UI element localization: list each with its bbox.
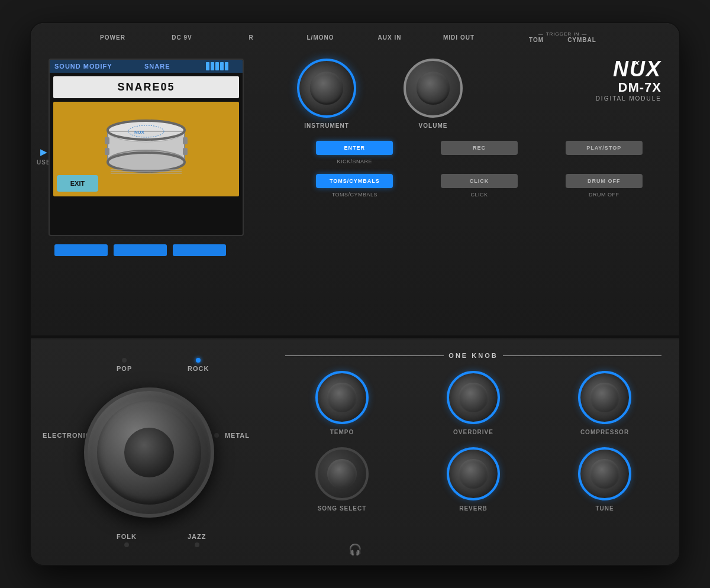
bottom-section: POP ROCK ELECTRONIC METAL xyxy=(31,340,679,565)
song-select-label: SONG SELECT xyxy=(318,505,367,512)
port-dc9v: DC 9V xyxy=(147,34,217,41)
left-panel: ▶ USB SOUND MODIFY SNARE xyxy=(49,53,273,324)
headphone-icon: 🎧 xyxy=(348,543,362,556)
instrument-image-area: NUX EXIT xyxy=(53,102,239,196)
model-name: DM-7X xyxy=(596,80,661,95)
overdrive-label: OVERDRIVE xyxy=(453,429,493,435)
drum-off-label: DRUM OFF xyxy=(589,192,619,198)
kit-rock: ROCK xyxy=(188,358,209,372)
port-labels: POWER DC 9V R L/MONO AUX IN MIDI OUT — T… xyxy=(78,31,632,43)
svg-rect-9 xyxy=(183,137,188,144)
compressor-knob[interactable] xyxy=(578,371,631,424)
screen-bot-btn-3[interactable] xyxy=(173,244,226,256)
toms-cymbals-button[interactable]: TOMS/CYMBALS xyxy=(316,174,393,188)
instrument-name-box: SNARE05 xyxy=(53,76,239,98)
kit-folk: FOLK xyxy=(117,533,137,547)
screen-bot-btn-2[interactable] xyxy=(114,244,167,256)
click-label: CLICK xyxy=(470,192,488,198)
screen-title-right: SNARE xyxy=(144,63,170,70)
click-group: CLICK CLICK xyxy=(422,174,537,198)
kit-select-knob[interactable] xyxy=(84,387,214,518)
rec-button[interactable]: REC xyxy=(441,141,518,155)
kit-jazz-dot xyxy=(195,542,199,547)
exit-button[interactable]: EXIT xyxy=(57,175,98,192)
one-knob-line-left xyxy=(285,356,444,356)
click-button[interactable]: CLICK xyxy=(441,174,518,188)
instrument-knob-group: INSTRUMENT xyxy=(297,59,356,129)
port-power: POWER xyxy=(78,34,147,41)
port-lmono: L/MONO xyxy=(286,34,355,41)
level-indicator xyxy=(206,62,238,70)
display-screen: SOUND MODIFY SNARE SNA xyxy=(49,59,244,236)
top-section: POWER DC 9V R L/MONO AUX IN MIDI OUT — T… xyxy=(31,23,679,337)
kit-selector: POP ROCK ELECTRONIC METAL xyxy=(31,340,267,565)
volume-knob[interactable] xyxy=(404,59,463,118)
one-knob-label: ONE KNOB xyxy=(448,352,498,359)
brand-name: NU✕X xyxy=(596,59,661,80)
snare-drum-image: NUX xyxy=(99,114,193,185)
trigger-in-label: TRIGGER IN xyxy=(546,31,580,37)
transport-buttons-section: ENTER KICK/SNARE REC PLAY/STOP TOMS/CYMB… xyxy=(297,141,661,198)
overdrive-group: OVERDRIVE xyxy=(417,371,530,435)
compressor-group: COMPRESSOR xyxy=(548,371,661,435)
seg6 xyxy=(230,62,233,70)
port-midiout: MIDI OUT xyxy=(424,34,493,41)
play-icon: ▶ xyxy=(40,147,47,157)
reverb-knob[interactable] xyxy=(447,447,500,500)
enter-button[interactable]: ENTER xyxy=(316,141,393,155)
instrument-knob-label: INSTRUMENT xyxy=(304,122,349,129)
port-tom: TOM xyxy=(529,37,544,43)
instrument-name: SNARE05 xyxy=(117,81,175,93)
screen-bottom-buttons xyxy=(54,244,273,256)
compressor-label: COMPRESSOR xyxy=(580,429,629,435)
kit-metal-dot xyxy=(214,433,219,438)
seg2 xyxy=(211,62,214,70)
tempo-knob[interactable] xyxy=(315,371,369,424)
kit-jazz: JAZZ xyxy=(188,533,206,547)
port-auxin: AUX IN xyxy=(355,34,424,41)
volume-knob-group: VOLUME xyxy=(404,59,463,129)
one-knob-header: ONE KNOB xyxy=(285,352,661,359)
drum-off-group: DRUM OFF DRUM OFF xyxy=(546,174,661,198)
tempo-group: TEMPO xyxy=(285,371,399,435)
seg1 xyxy=(206,62,209,70)
right-panel: NU✕X DM-7X DIGITAL MODULE INSTRUMENT VOL… xyxy=(273,53,661,324)
drum-off-button[interactable]: DRUM OFF xyxy=(566,174,643,188)
reverb-group: REVERB xyxy=(417,447,530,512)
kit-metal: METAL xyxy=(214,432,250,439)
toms-cymbals-label: TOMS/CYMBALS xyxy=(332,192,377,198)
effects-section: ONE KNOB TEMPO OVERDRIVE COMPRESSOR xyxy=(267,340,679,565)
one-knob-line-right xyxy=(503,356,661,356)
trigger-in-group: — TRIGGER IN — TOM CYMBAL xyxy=(493,31,632,43)
tempo-label: TEMPO xyxy=(330,429,354,435)
seg3 xyxy=(215,62,219,70)
screen-bot-btn-1[interactable] xyxy=(54,244,108,256)
section-divider xyxy=(31,337,679,338)
svg-rect-10 xyxy=(105,148,109,155)
svg-text:NUX: NUX xyxy=(134,130,145,135)
screen-title-left: SOUND MODIFY xyxy=(54,63,112,70)
volume-knob-label: VOLUME xyxy=(419,122,448,129)
toms-cymbals-group: TOMS/CYMBALS TOMS/CYMBALS xyxy=(297,174,412,198)
enter-group: ENTER KICK/SNARE xyxy=(297,141,412,164)
screen-header: SOUND MODIFY SNARE xyxy=(50,60,243,73)
play-stop-button[interactable]: PLAY/STOP xyxy=(566,141,643,155)
song-select-group: SONG SELECT xyxy=(285,447,399,512)
seg5 xyxy=(225,62,228,70)
overdrive-knob[interactable] xyxy=(447,371,500,424)
song-select-knob[interactable] xyxy=(315,447,369,500)
tune-knob[interactable] xyxy=(578,447,631,500)
tune-label: TUNE xyxy=(595,505,614,512)
seg7 xyxy=(234,62,238,70)
device-subtitle: DIGITAL MODULE xyxy=(596,95,661,102)
svg-rect-8 xyxy=(105,137,109,144)
drum-module: POWER DC 9V R L/MONO AUX IN MIDI OUT — T… xyxy=(30,22,680,566)
effects-grid: TEMPO OVERDRIVE COMPRESSOR SONG SELECT xyxy=(285,371,661,512)
kit-pop: POP xyxy=(117,358,132,372)
rec-group: REC xyxy=(422,141,537,164)
instrument-knob[interactable] xyxy=(297,59,356,118)
kit-folk-dot xyxy=(124,542,129,547)
kit-rock-dot xyxy=(196,358,201,363)
svg-rect-11 xyxy=(183,148,188,155)
port-cymbal: CYMBAL xyxy=(567,37,596,43)
